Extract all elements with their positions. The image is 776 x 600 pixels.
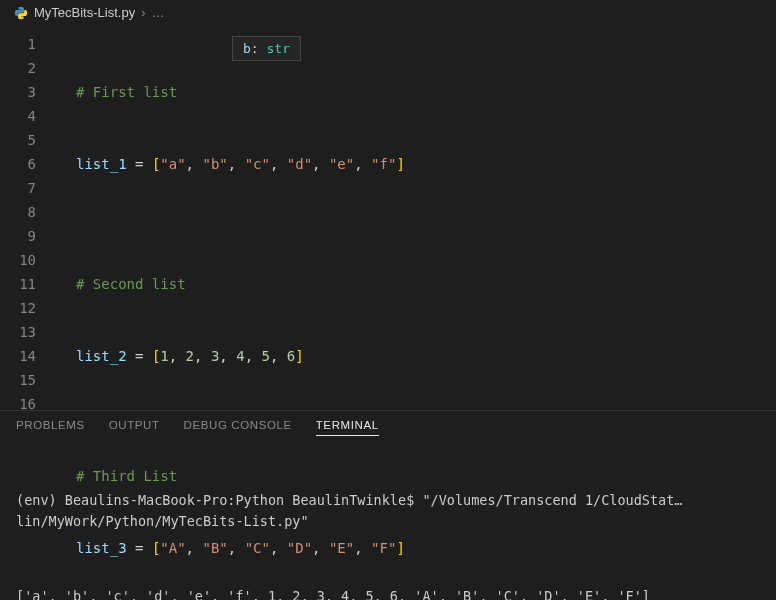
- tooltip-param: b: [243, 41, 251, 56]
- breadcrumb[interactable]: MyTecBits-List.py › …: [0, 0, 776, 26]
- line-number: 7: [0, 176, 56, 200]
- code-area[interactable]: # First list list_1 = ["a", "b", "c", "d…: [56, 26, 776, 410]
- code-line[interactable]: # Third List: [56, 464, 776, 488]
- code-line[interactable]: list_3 = ["A", "B", "C", "D", "E", "F"]: [56, 536, 776, 560]
- line-number-gutter: 1 2 3 4 5 6 7 8 9 10 11 12 13 14 15 16: [0, 26, 56, 410]
- line-number: 5: [0, 128, 56, 152]
- line-number: 9: [0, 224, 56, 248]
- line-number: 10: [0, 248, 56, 272]
- line-number: 8: [0, 200, 56, 224]
- code-line[interactable]: list_1 = ["a", "b", "c", "d", "e", "f"]: [56, 152, 776, 176]
- code-line[interactable]: list_2 = [1, 2, 3, 4, 5, 6]: [56, 344, 776, 368]
- line-number: 13: [0, 320, 56, 344]
- line-number: 12: [0, 296, 56, 320]
- line-number: 4: [0, 104, 56, 128]
- breadcrumb-file[interactable]: MyTecBits-List.py: [34, 5, 135, 20]
- line-number: 1: [0, 32, 56, 56]
- line-number: 3: [0, 80, 56, 104]
- tooltip-type: str: [266, 41, 289, 56]
- python-icon: [14, 6, 28, 20]
- line-number: 15: [0, 368, 56, 392]
- code-line[interactable]: # Second list: [56, 272, 776, 296]
- line-number: 16: [0, 392, 56, 416]
- code-line[interactable]: # First list: [56, 80, 776, 104]
- line-number: 2: [0, 56, 56, 80]
- code-editor[interactable]: 1 2 3 4 5 6 7 8 9 10 11 12 13 14 15 16 #…: [0, 26, 776, 410]
- line-number: 14: [0, 344, 56, 368]
- breadcrumb-overflow[interactable]: …: [151, 5, 164, 20]
- hover-tooltip: b: str: [232, 36, 301, 61]
- line-number: 11: [0, 272, 56, 296]
- line-number: 6: [0, 152, 56, 176]
- breadcrumb-separator: ›: [141, 5, 145, 20]
